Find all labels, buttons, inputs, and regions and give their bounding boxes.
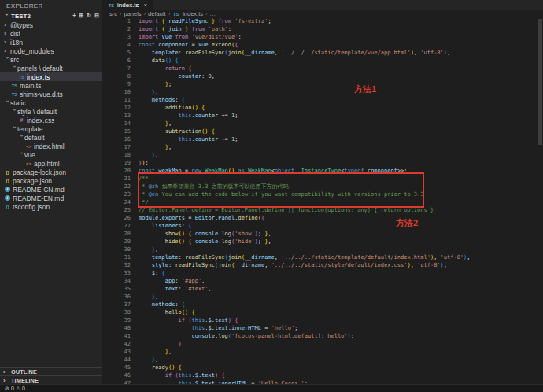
- tree-item-tsconfig-json[interactable]: {}tsconfig.json: [0, 202, 102, 211]
- code-token: {: [221, 372, 224, 379]
- timeline-section[interactable]: › TIMELINE: [0, 375, 102, 384]
- code-text: import { readFileSync } from 'fs-extra';: [139, 17, 272, 25]
- editor-scrollbar[interactable]: [538, 19, 542, 145]
- breadcrumb-item-index-ts[interactable]: TSindex.ts: [172, 10, 203, 17]
- collapse-all-icon[interactable]: ⊟: [94, 13, 99, 19]
- breadcrumb-item-panels[interactable]: panels: [124, 10, 142, 17]
- code-token: ,: [268, 231, 271, 237]
- tree-item-static[interactable]: ›static: [0, 98, 102, 107]
- code-line[interactable]: 8 counter: 0,: [102, 72, 537, 80]
- code-line[interactable]: 43 },: [102, 348, 537, 356]
- code-line[interactable]: 11 methods: {: [102, 96, 537, 104]
- line-number: 21: [102, 175, 139, 183]
- breadcrumb-item-[interactable]: …: [210, 10, 216, 17]
- code-token: /**: [139, 176, 149, 182]
- code-line[interactable]: 38 hello() {: [102, 309, 537, 316]
- tree-item-src[interactable]: ›src: [0, 55, 102, 64]
- code-line[interactable]: 24 */: [102, 198, 537, 206]
- tree-item-index-css[interactable]: #index.css: [0, 116, 102, 124]
- breadcrumb-label: index.ts: [183, 10, 203, 17]
- tree-item-template[interactable]: ›template: [0, 124, 102, 133]
- code-line[interactable]: 16 this.counter -= 1;: [102, 135, 537, 143]
- code-line[interactable]: 1import { readFileSync } from 'fs-extra'…: [102, 17, 537, 25]
- code-line[interactable]: 42 }: [102, 340, 537, 348]
- code-line[interactable]: 44 },: [102, 356, 537, 364]
- code-line[interactable]: 4const component = Vue.extend({: [102, 41, 537, 49]
- code-line[interactable]: 32 style: readFileSync(join(__dirname, '…: [102, 261, 537, 269]
- code-line[interactable]: 14 },: [102, 120, 537, 128]
- code-token: app: [165, 278, 175, 284]
- code-line[interactable]: 34 app: '#app',: [102, 277, 537, 285]
- code-line[interactable]: 41 console.log('[cocos-panel-html.defaul…: [102, 332, 537, 340]
- section-header-test2[interactable]: › TEST2 +⊞↻⊟: [0, 11, 102, 20]
- tree-item-default[interactable]: ›default: [0, 133, 102, 142]
- tree-item-package-json[interactable]: {}package.json: [0, 176, 102, 185]
- code-line[interactable]: 33 $: {: [102, 269, 537, 277]
- tree-item-types[interactable]: ›@types: [0, 20, 102, 29]
- code-line[interactable]: 27 listeners: {: [102, 222, 537, 230]
- tree-item-style-default[interactable]: ›style \ default: [0, 107, 102, 116]
- code-line[interactable]: 19});: [102, 159, 537, 167]
- tab-close-icon[interactable]: ×: [144, 2, 148, 9]
- code-line[interactable]: 46 if (this.$.text) {: [102, 372, 537, 379]
- code-token: ,: [168, 144, 172, 150]
- code-line[interactable]: 45 ready() {: [102, 364, 537, 372]
- code-token: log: [221, 239, 231, 245]
- tree-item-node-modules[interactable]: ›node_modules: [0, 46, 102, 55]
- breadcrumb-item-src[interactable]: src: [109, 10, 117, 17]
- new-file-icon[interactable]: +: [72, 13, 76, 19]
- tree-item-index-ts[interactable]: TSindex.ts: [0, 72, 102, 81]
- code-token: text: [215, 325, 228, 331]
- code-line[interactable]: 2import { join } from 'path';: [102, 25, 537, 33]
- code-text: if (this.$.text) {: [139, 316, 238, 324]
- tab-index-ts[interactable]: TS index.ts ×: [102, 0, 153, 10]
- code-line[interactable]: 28 show() { console.log('show'); },: [102, 230, 537, 238]
- code-line[interactable]: 10 },: [102, 88, 537, 96]
- code-line[interactable]: 15 subtraction() {: [102, 128, 537, 135]
- code-token: [139, 270, 152, 276]
- code-line[interactable]: 9 };: [102, 80, 537, 88]
- tree-item-readme-en-md[interactable]: iREADME-EN.md: [0, 194, 102, 202]
- tree-item-readme-cn-md[interactable]: iREADME-CN.md: [0, 185, 102, 194]
- code-line[interactable]: 23 * @en You can add the code below if y…: [102, 190, 537, 198]
- tree-item-index-html[interactable]: <>index.html: [0, 142, 102, 150]
- code-line[interactable]: 39 if (this.$.text) {: [102, 316, 537, 324]
- code-line[interactable]: 13 this.counter += 1;: [102, 112, 537, 120]
- code-line[interactable]: 21/**: [102, 175, 537, 183]
- tree-item-dist[interactable]: ›dist: [0, 29, 102, 38]
- code-line[interactable]: 26module.exports = Editor.Panel.define({: [102, 214, 537, 222]
- code-line[interactable]: 7 return {: [102, 65, 537, 72]
- code-line[interactable]: 37 methods: {: [102, 301, 537, 309]
- tree-item-panels-default[interactable]: ›panels \ default: [0, 64, 102, 72]
- tree-item-shims-vue-d-ts[interactable]: TSshims-vue.d.ts: [0, 90, 102, 98]
- code-line[interactable]: 30 },: [102, 246, 537, 253]
- code-line[interactable]: 29 hide() { console.log('hide'); },: [102, 238, 537, 246]
- code-editor[interactable]: 1import { readFileSync } from 'fs-extra'…: [102, 17, 537, 384]
- code-line[interactable]: 20const weakMap = new WeakMap() as WeakM…: [102, 167, 537, 175]
- code-line[interactable]: 40 this.$.text.innerHTML = 'hello';: [102, 324, 537, 332]
- code-line[interactable]: 36 },: [102, 293, 537, 301]
- tree-item-app-html[interactable]: <>app.html: [0, 159, 102, 168]
- code-token: [139, 113, 179, 119]
- more-actions-icon[interactable]: ⋯: [90, 2, 96, 9]
- code-line[interactable]: 22 * @zh 如果希望兼容 3.3 之前的版本可以使用下方的代码: [102, 183, 537, 190]
- new-folder-icon[interactable]: ⊞: [79, 13, 83, 19]
- outline-section[interactable]: › OUTLINE: [0, 367, 102, 375]
- refresh-icon[interactable]: ↻: [87, 13, 91, 19]
- problems-indicator[interactable]: ⊘ 0 ⚠ 0: [5, 386, 25, 392]
- tree-item-main-ts[interactable]: TSmain.ts: [0, 81, 102, 90]
- code-line[interactable]: 3import Vue from 'vue/dist/vue';: [102, 33, 537, 41]
- json-file-icon: {}: [4, 177, 11, 184]
- code-line[interactable]: 35 text: '#text',: [102, 285, 537, 293]
- tree-item-i18n[interactable]: ›i18n: [0, 38, 102, 46]
- code-line[interactable]: 6 data() {: [102, 57, 537, 65]
- tree-item-vue[interactable]: ›vue: [0, 150, 102, 159]
- code-line[interactable]: 12 addition() {: [102, 104, 537, 112]
- code-line[interactable]: 25// Editor.Panel.define = Editor.Panel.…: [102, 206, 537, 214]
- tree-item-package-lock-json[interactable]: {}package-lock.json: [0, 168, 102, 176]
- code-line[interactable]: 5 template: readFileSync(join(__dirname,…: [102, 49, 537, 57]
- code-line[interactable]: 18 },: [102, 151, 537, 159]
- code-line[interactable]: 31 template: readFileSync(join(__dirname…: [102, 253, 537, 261]
- code-line[interactable]: 17 },: [102, 143, 537, 151]
- breadcrumb-item-default[interactable]: default: [148, 10, 166, 17]
